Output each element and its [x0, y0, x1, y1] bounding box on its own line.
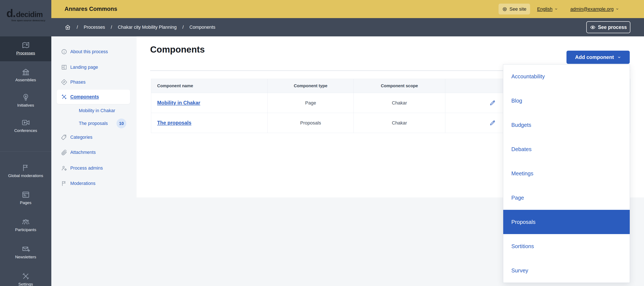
bank-icon — [22, 68, 30, 76]
process-menu-label: About this process — [70, 49, 108, 54]
breadcrumb-item-process[interactable]: Chakar city Mobility Planning — [118, 25, 176, 30]
process-menu-mobility-in-chakar[interactable]: Mobility in Chakar — [51, 106, 136, 115]
paperclip-icon — [61, 149, 67, 156]
sidebar-item-label: Initiatives — [17, 103, 34, 108]
breadcrumb-item-components[interactable]: Components — [189, 25, 215, 30]
chevron-down-icon — [617, 55, 621, 59]
sidebar-item-label: Processes — [16, 51, 35, 55]
info-icon — [61, 48, 67, 55]
sidebar-item-label: Participants — [15, 228, 36, 232]
add-component-button[interactable]: Add component — [566, 51, 630, 64]
tools-icon — [22, 272, 30, 281]
chevron-down-icon — [554, 7, 558, 11]
menu-item-accountability[interactable]: Accountability — [503, 64, 630, 89]
sidebar-item-processes[interactable]: Processes — [0, 36, 51, 61]
flag-icon — [61, 180, 67, 187]
tag-icon — [61, 134, 67, 140]
language-label: English — [537, 6, 552, 12]
proposals-count-badge: 10 — [116, 119, 126, 128]
process-menu-label: Attachments — [70, 150, 96, 155]
process-menu-label: Phases — [70, 80, 86, 85]
breadcrumb-separator: / — [182, 25, 184, 30]
process-menu-landing-page[interactable]: Landing page — [51, 62, 136, 72]
breadcrumb-item-processes[interactable]: Processes — [84, 25, 105, 30]
language-dropdown[interactable]: English — [537, 0, 558, 18]
process-menu: About this process Landing page Phases C… — [51, 36, 136, 286]
process-menu-process-admins[interactable]: Process admins — [51, 163, 136, 173]
sidebar-item-settings[interactable]: Settings — [0, 272, 51, 286]
video-camera-icon — [22, 118, 30, 127]
logo-wordmark: decidim — [16, 10, 42, 19]
sidebar-item-label: Conferences — [14, 128, 37, 133]
sidebar-item-initiatives[interactable]: Initiatives — [0, 93, 51, 108]
sidebar-item-label: Newsletters — [15, 255, 36, 260]
account-label: admin@example.org — [570, 6, 614, 12]
process-menu-moderations[interactable]: Moderations — [51, 179, 136, 188]
component-type: Proposals — [268, 113, 354, 133]
menu-item-budgets[interactable]: Budgets — [503, 113, 630, 137]
process-menu-label: Landing page — [70, 65, 98, 70]
sidebar-item-conferences[interactable]: Conferences — [0, 118, 51, 133]
header-component-scope: Component scope — [354, 79, 445, 93]
see-process-button[interactable]: See process — [586, 21, 630, 33]
edit-icon[interactable] — [489, 120, 496, 126]
account-dropdown[interactable]: admin@example.org — [570, 0, 619, 18]
breadcrumb: / Processes / Chakar city Mobility Plann… — [64, 18, 215, 36]
logo-tagline: free open-source democracy — [12, 19, 45, 22]
component-scope: Chakar — [354, 93, 445, 113]
header-component-name: Component name — [151, 79, 268, 93]
user-gear-icon — [61, 165, 67, 171]
logo-mark: d. — [6, 8, 15, 18]
see-process-label: See process — [598, 24, 627, 30]
breadcrumb-separator: / — [77, 25, 78, 30]
people-icon — [22, 218, 30, 226]
component-type: Page — [268, 93, 354, 113]
menu-item-debates[interactable]: Debates — [503, 137, 630, 162]
process-menu-phases[interactable]: Phases — [51, 77, 136, 87]
tools-icon — [61, 94, 67, 100]
process-menu-attachments[interactable]: Attachments — [51, 148, 136, 157]
see-site-label: See site — [510, 6, 526, 12]
process-menu-label: Categories — [70, 135, 92, 140]
eye-target-icon — [502, 6, 507, 12]
map-icon — [22, 41, 30, 49]
process-menu-label: Mobility in Chakar — [79, 108, 115, 113]
menu-item-page[interactable]: Page — [503, 186, 630, 210]
sidebar-item-label: Settings — [18, 282, 33, 286]
sidebar-item-participants[interactable]: Participants — [0, 218, 51, 232]
admin-sidebar: d. decidim free open-source democracy Pr… — [0, 0, 51, 286]
process-menu-components[interactable]: Components — [57, 90, 130, 104]
sidebar-item-newsletters[interactable]: Newsletters — [0, 245, 51, 260]
menu-item-meetings[interactable]: Meetings — [503, 162, 630, 186]
top-bar: Annares Commons See site English admin@e… — [51, 0, 644, 18]
edit-icon[interactable] — [489, 100, 496, 106]
decidim-admin-page: { "brand": { "mark": "d.", "wordmark": "… — [0, 0, 644, 286]
sidebar-item-assemblies[interactable]: Assemblies — [0, 68, 51, 82]
sidebar-item-global-moderations[interactable]: Global moderations — [0, 163, 51, 178]
header-component-type: Component type — [268, 79, 354, 93]
component-link-proposals[interactable]: The proposals — [157, 120, 192, 126]
home-icon[interactable] — [64, 24, 71, 30]
menu-item-sortitions[interactable]: Sortitions — [503, 234, 630, 258]
process-menu-categories[interactable]: Categories — [51, 133, 136, 142]
eye-icon — [590, 24, 596, 30]
process-menu-label: The proposals — [79, 121, 108, 126]
flag-icon — [22, 163, 30, 172]
sidebar-item-label: Assemblies — [15, 78, 36, 82]
breadcrumb-separator: / — [111, 25, 112, 30]
process-menu-label: Process admins — [70, 166, 103, 171]
see-site-button[interactable]: See site — [498, 3, 530, 14]
milestone-icon — [61, 79, 67, 85]
menu-item-survey[interactable]: Survey — [503, 258, 630, 283]
sidebar-item-pages[interactable]: Pages — [0, 190, 51, 205]
add-component-label: Add component — [575, 54, 614, 60]
sidebar-item-label: Global moderations — [8, 173, 43, 178]
process-menu-about[interactable]: About this process — [51, 47, 136, 56]
layout-icon — [61, 64, 67, 70]
menu-item-blog[interactable]: Blog — [503, 89, 630, 113]
component-scope: Chakar — [354, 113, 445, 133]
add-component-dropdown: Accountability Blog Budgets Debates Meet… — [503, 64, 630, 283]
menu-item-proposals[interactable]: Proposals — [503, 210, 630, 234]
component-link-mobility[interactable]: Mobility in Chakar — [157, 100, 200, 106]
process-menu-label: Components — [70, 94, 99, 100]
